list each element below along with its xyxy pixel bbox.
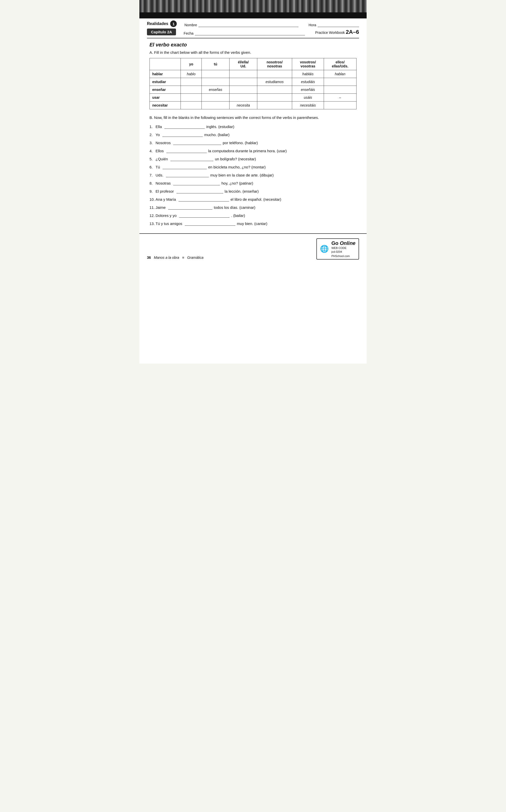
sentence-subject: Nosotras	[156, 181, 171, 185]
sentence-num: 13.	[150, 221, 155, 226]
usar-vosotros: usáis	[292, 94, 324, 101]
answer-blank[interactable]	[170, 157, 214, 161]
online-label: Online	[340, 240, 355, 246]
sentence-num: 3.	[150, 141, 155, 145]
sentence-num: 9.	[150, 189, 155, 193]
hablar-el[interactable]	[230, 70, 257, 78]
answer-blank[interactable]	[185, 221, 235, 226]
estudiar-yo[interactable]	[181, 78, 202, 86]
list-item: 10. Ana y María el libro de español. (ne…	[150, 197, 356, 201]
ensenar-ellos[interactable]	[324, 86, 356, 94]
list-item: 5. ¿Quién un bolígrafo? (necesitar)	[150, 157, 356, 161]
estudiar-ellos[interactable]	[324, 78, 356, 86]
table-row: estudiar estudiamos estudiáis	[150, 78, 356, 86]
sentence-rest: el libro de español. (necesitar)	[231, 197, 281, 201]
sentence-subject: Nosotros	[156, 141, 171, 145]
sentence-num: 4.	[150, 149, 155, 153]
go-label: Go	[331, 240, 338, 246]
usar-nosotros[interactable]	[257, 94, 292, 101]
list-item: 8. Nosotras hoy, ¿no? (patinar)	[150, 181, 356, 185]
web-code-label: WEB CODE	[331, 247, 346, 250]
necesitar-ellos[interactable]	[324, 101, 356, 109]
answer-blank[interactable]	[179, 213, 230, 218]
sentence-subject: El profesor	[156, 189, 174, 193]
list-item: 11. Jaime todos los días. (caminar)	[150, 205, 356, 209]
sentence-rest: muy bien. (cantar)	[237, 221, 267, 226]
practice-workbook-number: 2A–6	[346, 29, 359, 35]
footer-left: 36 Manos a la obra ≡ Gramática	[147, 256, 203, 260]
sentence-subject: Dolores y yo	[156, 213, 176, 218]
sentence-subject: Tú y tus amigos	[156, 221, 182, 226]
sentence-subject: Ellos	[156, 149, 164, 153]
web-code-block: WEB CODE jcd-0204	[331, 246, 355, 254]
hora-field: Hora	[309, 22, 359, 27]
verb-cell: estudiar	[150, 78, 181, 86]
nombre-fill-line[interactable]	[198, 22, 299, 27]
realidades-label: Realidades	[147, 21, 168, 26]
ensenar-vosotros: enseñáis	[292, 86, 324, 94]
answer-blank[interactable]	[166, 173, 209, 177]
capitulo-badge: Capítulo 2A	[147, 28, 176, 35]
verb-cell: hablar	[150, 70, 181, 78]
table-row: necesitar necesita necesitáis	[150, 101, 356, 109]
table-row: hablar hablo habláis hablan	[150, 70, 356, 78]
usar-yo[interactable]	[181, 94, 202, 101]
phschool-url: PHSchool.com	[331, 255, 355, 258]
sentence-rest: la computadora durante la primera hora. …	[208, 149, 287, 153]
ensenar-el[interactable]	[230, 86, 257, 94]
hablar-nosotros[interactable]	[257, 70, 292, 78]
answer-blank[interactable]	[173, 181, 220, 185]
ensenar-nosotros[interactable]	[257, 86, 292, 94]
part-b-instruction: B. Now, fill in the blanks in the follow…	[150, 115, 356, 120]
answer-blank[interactable]	[176, 189, 223, 193]
list-item: 1. Ella inglés. (estudiar)	[150, 124, 356, 129]
ensenar-yo[interactable]	[181, 86, 202, 94]
sentence-num: 5.	[150, 157, 155, 161]
go-online-text-block: Go Online WEB CODE jcd-0204 PHSchool.com	[331, 240, 355, 258]
realidades-number: 1	[170, 20, 177, 27]
col-header-el: él/ella/Ud.	[230, 58, 257, 70]
list-item: 13. Tú y tus amigos muy bien. (cantar)	[150, 221, 356, 226]
sentence-rest: la lección. (enseñar)	[225, 189, 259, 193]
estudiar-el[interactable]	[230, 78, 257, 86]
sentence-num: 2.	[150, 132, 155, 137]
usar-tu[interactable]	[201, 94, 230, 101]
practice-workbook: Practice Workbook 2A–6	[315, 29, 359, 35]
go-online-box[interactable]: 🌐 Go Online WEB CODE jcd-0204 PHSchool.c…	[316, 238, 359, 260]
sentence-num: 11.	[150, 205, 155, 209]
section-title: El verbo exacto	[150, 42, 356, 48]
table-row: usar usáis –	[150, 94, 356, 101]
page: Realidades 1 Nombre Hora Capítulo 2A Fec…	[139, 0, 367, 364]
necesitar-vosotros: necesitáis	[292, 101, 324, 109]
necesitar-nosotros[interactable]	[257, 101, 292, 109]
main-content: El verbo exacto A. Fill in the chart bel…	[139, 42, 367, 226]
fecha-fill-line[interactable]	[195, 31, 305, 35]
estudiar-tu[interactable]	[201, 78, 230, 86]
necesitar-yo[interactable]	[181, 101, 202, 109]
page-number: 36	[147, 256, 151, 260]
fecha-label: Fecha	[184, 31, 193, 35]
answer-blank[interactable]	[162, 132, 203, 137]
fecha-field: Fecha	[184, 31, 305, 35]
answer-blank[interactable]	[168, 205, 213, 209]
sentence-subject: Yo	[156, 132, 160, 137]
sentence-rest: mucho. (bailar)	[204, 132, 230, 137]
go-online-label: Go Online	[331, 240, 355, 246]
sentence-num: 7.	[150, 173, 155, 177]
usar-ellos: –	[324, 94, 356, 101]
sentence-num: 10.	[150, 197, 155, 201]
usar-el[interactable]	[230, 94, 257, 101]
hablar-tu[interactable]	[201, 70, 230, 78]
sentence-rest: . (bailar)	[231, 213, 245, 218]
hora-fill-line[interactable]	[318, 22, 359, 27]
sentence-rest: muy bien en la clase de arte. (dibujar)	[210, 173, 274, 177]
answer-blank[interactable]	[164, 124, 205, 129]
banner-bottom	[139, 14, 367, 18]
ensenar-tu: enseñas	[201, 86, 230, 94]
answer-blank[interactable]	[173, 141, 221, 145]
necesitar-tu[interactable]	[201, 101, 230, 109]
answer-blank[interactable]	[166, 149, 207, 153]
answer-blank[interactable]	[163, 165, 207, 169]
globe-icon: 🌐	[320, 245, 329, 253]
answer-blank[interactable]	[178, 197, 229, 201]
